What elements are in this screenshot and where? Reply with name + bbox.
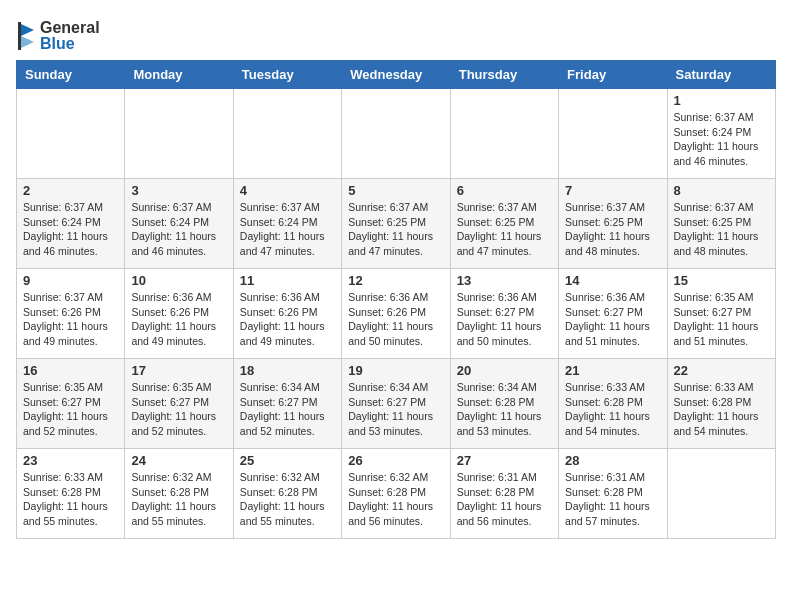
logo: General Blue (16, 16, 100, 52)
day-number: 16 (23, 363, 118, 378)
calendar-cell: 16Sunrise: 6:35 AM Sunset: 6:27 PM Dayli… (17, 359, 125, 449)
calendar-cell: 25Sunrise: 6:32 AM Sunset: 6:28 PM Dayli… (233, 449, 341, 539)
calendar-cell (667, 449, 775, 539)
day-number: 6 (457, 183, 552, 198)
svg-rect-0 (18, 22, 21, 50)
day-number: 13 (457, 273, 552, 288)
calendar-cell (125, 89, 233, 179)
day-info: Sunrise: 6:33 AM Sunset: 6:28 PM Dayligh… (23, 470, 118, 529)
day-number: 4 (240, 183, 335, 198)
day-number: 7 (565, 183, 660, 198)
calendar-cell: 15Sunrise: 6:35 AM Sunset: 6:27 PM Dayli… (667, 269, 775, 359)
day-info: Sunrise: 6:34 AM Sunset: 6:27 PM Dayligh… (240, 380, 335, 439)
page-header: General Blue (16, 16, 776, 52)
calendar-cell: 7Sunrise: 6:37 AM Sunset: 6:25 PM Daylig… (559, 179, 667, 269)
calendar-cell: 1Sunrise: 6:37 AM Sunset: 6:24 PM Daylig… (667, 89, 775, 179)
calendar-cell: 19Sunrise: 6:34 AM Sunset: 6:27 PM Dayli… (342, 359, 450, 449)
day-number: 5 (348, 183, 443, 198)
day-info: Sunrise: 6:33 AM Sunset: 6:28 PM Dayligh… (674, 380, 769, 439)
day-info: Sunrise: 6:37 AM Sunset: 6:26 PM Dayligh… (23, 290, 118, 349)
calendar-week-3: 9Sunrise: 6:37 AM Sunset: 6:26 PM Daylig… (17, 269, 776, 359)
day-info: Sunrise: 6:37 AM Sunset: 6:24 PM Dayligh… (674, 110, 769, 169)
day-info: Sunrise: 6:35 AM Sunset: 6:27 PM Dayligh… (131, 380, 226, 439)
calendar-header-wednesday: Wednesday (342, 61, 450, 89)
day-number: 10 (131, 273, 226, 288)
logo-text-blue: Blue (40, 36, 100, 52)
calendar-header-monday: Monday (125, 61, 233, 89)
day-number: 22 (674, 363, 769, 378)
day-number: 8 (674, 183, 769, 198)
calendar-cell: 6Sunrise: 6:37 AM Sunset: 6:25 PM Daylig… (450, 179, 558, 269)
calendar-cell: 21Sunrise: 6:33 AM Sunset: 6:28 PM Dayli… (559, 359, 667, 449)
day-number: 3 (131, 183, 226, 198)
day-number: 15 (674, 273, 769, 288)
calendar-cell: 23Sunrise: 6:33 AM Sunset: 6:28 PM Dayli… (17, 449, 125, 539)
day-info: Sunrise: 6:37 AM Sunset: 6:24 PM Dayligh… (240, 200, 335, 259)
calendar-cell: 11Sunrise: 6:36 AM Sunset: 6:26 PM Dayli… (233, 269, 341, 359)
calendar-cell (233, 89, 341, 179)
day-number: 18 (240, 363, 335, 378)
calendar-header-thursday: Thursday (450, 61, 558, 89)
calendar-week-4: 16Sunrise: 6:35 AM Sunset: 6:27 PM Dayli… (17, 359, 776, 449)
calendar-cell (450, 89, 558, 179)
day-number: 23 (23, 453, 118, 468)
day-info: Sunrise: 6:36 AM Sunset: 6:26 PM Dayligh… (131, 290, 226, 349)
day-number: 25 (240, 453, 335, 468)
day-info: Sunrise: 6:37 AM Sunset: 6:25 PM Dayligh… (348, 200, 443, 259)
day-number: 24 (131, 453, 226, 468)
calendar-cell: 2Sunrise: 6:37 AM Sunset: 6:24 PM Daylig… (17, 179, 125, 269)
svg-marker-1 (21, 24, 34, 36)
day-info: Sunrise: 6:35 AM Sunset: 6:27 PM Dayligh… (23, 380, 118, 439)
day-info: Sunrise: 6:32 AM Sunset: 6:28 PM Dayligh… (348, 470, 443, 529)
day-number: 20 (457, 363, 552, 378)
day-info: Sunrise: 6:37 AM Sunset: 6:25 PM Dayligh… (565, 200, 660, 259)
day-info: Sunrise: 6:36 AM Sunset: 6:27 PM Dayligh… (457, 290, 552, 349)
calendar-table: SundayMondayTuesdayWednesdayThursdayFrid… (16, 60, 776, 539)
day-number: 12 (348, 273, 443, 288)
day-info: Sunrise: 6:36 AM Sunset: 6:27 PM Dayligh… (565, 290, 660, 349)
logo-pennant-icon (16, 22, 36, 50)
logo-wrapper: General Blue (16, 20, 100, 52)
day-number: 21 (565, 363, 660, 378)
calendar-cell (17, 89, 125, 179)
day-info: Sunrise: 6:37 AM Sunset: 6:24 PM Dayligh… (23, 200, 118, 259)
calendar-cell: 27Sunrise: 6:31 AM Sunset: 6:28 PM Dayli… (450, 449, 558, 539)
day-info: Sunrise: 6:36 AM Sunset: 6:26 PM Dayligh… (348, 290, 443, 349)
calendar-cell: 14Sunrise: 6:36 AM Sunset: 6:27 PM Dayli… (559, 269, 667, 359)
calendar-cell: 5Sunrise: 6:37 AM Sunset: 6:25 PM Daylig… (342, 179, 450, 269)
day-number: 27 (457, 453, 552, 468)
calendar-cell: 22Sunrise: 6:33 AM Sunset: 6:28 PM Dayli… (667, 359, 775, 449)
calendar-cell: 3Sunrise: 6:37 AM Sunset: 6:24 PM Daylig… (125, 179, 233, 269)
day-info: Sunrise: 6:32 AM Sunset: 6:28 PM Dayligh… (131, 470, 226, 529)
calendar-header-tuesday: Tuesday (233, 61, 341, 89)
calendar-cell: 8Sunrise: 6:37 AM Sunset: 6:25 PM Daylig… (667, 179, 775, 269)
day-info: Sunrise: 6:37 AM Sunset: 6:24 PM Dayligh… (131, 200, 226, 259)
calendar-header-friday: Friday (559, 61, 667, 89)
day-info: Sunrise: 6:34 AM Sunset: 6:27 PM Dayligh… (348, 380, 443, 439)
day-info: Sunrise: 6:33 AM Sunset: 6:28 PM Dayligh… (565, 380, 660, 439)
calendar-cell: 10Sunrise: 6:36 AM Sunset: 6:26 PM Dayli… (125, 269, 233, 359)
calendar-cell: 20Sunrise: 6:34 AM Sunset: 6:28 PM Dayli… (450, 359, 558, 449)
svg-marker-2 (21, 36, 34, 48)
calendar-header-sunday: Sunday (17, 61, 125, 89)
day-number: 28 (565, 453, 660, 468)
day-info: Sunrise: 6:35 AM Sunset: 6:27 PM Dayligh… (674, 290, 769, 349)
calendar-week-2: 2Sunrise: 6:37 AM Sunset: 6:24 PM Daylig… (17, 179, 776, 269)
day-number: 1 (674, 93, 769, 108)
day-number: 19 (348, 363, 443, 378)
calendar-week-1: 1Sunrise: 6:37 AM Sunset: 6:24 PM Daylig… (17, 89, 776, 179)
calendar-week-5: 23Sunrise: 6:33 AM Sunset: 6:28 PM Dayli… (17, 449, 776, 539)
calendar-cell: 26Sunrise: 6:32 AM Sunset: 6:28 PM Dayli… (342, 449, 450, 539)
calendar-header-row: SundayMondayTuesdayWednesdayThursdayFrid… (17, 61, 776, 89)
day-number: 11 (240, 273, 335, 288)
day-number: 9 (23, 273, 118, 288)
day-info: Sunrise: 6:37 AM Sunset: 6:25 PM Dayligh… (674, 200, 769, 259)
day-number: 14 (565, 273, 660, 288)
logo-text-general: General (40, 20, 100, 36)
logo-texts: General Blue (40, 20, 100, 52)
calendar-cell: 4Sunrise: 6:37 AM Sunset: 6:24 PM Daylig… (233, 179, 341, 269)
calendar-cell (559, 89, 667, 179)
calendar-cell: 9Sunrise: 6:37 AM Sunset: 6:26 PM Daylig… (17, 269, 125, 359)
day-number: 2 (23, 183, 118, 198)
day-number: 26 (348, 453, 443, 468)
